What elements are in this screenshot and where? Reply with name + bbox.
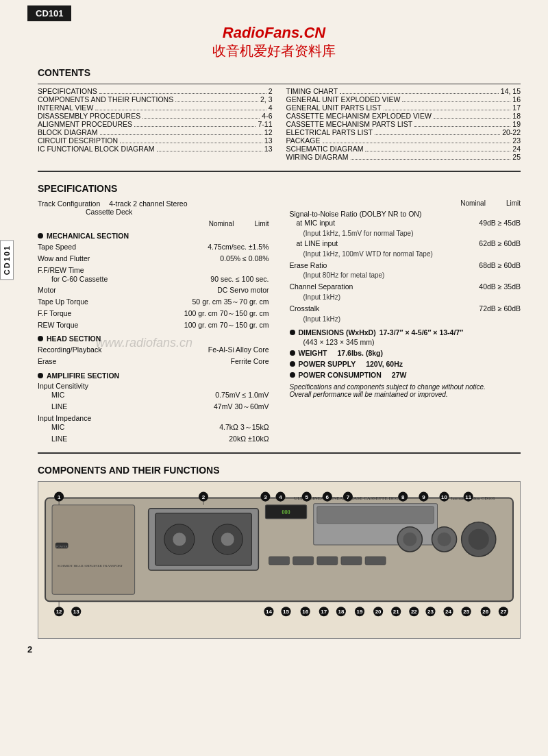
list-item: ELECTRICAL PARTS LIST 20-22 bbox=[286, 128, 521, 136]
weight-label: WEIGHT bbox=[299, 349, 327, 357]
wow-flutter-label: Wow and Flutter bbox=[38, 254, 90, 265]
svg-text:POWER: POWER bbox=[55, 545, 68, 548]
svg-text:15: 15 bbox=[283, 609, 289, 615]
svg-text:3: 3 bbox=[264, 493, 267, 500]
rew-torque-label: REW Torque bbox=[38, 320, 78, 331]
svg-text:16: 16 bbox=[302, 609, 308, 615]
ff-rew-label: F.F/REW Time bbox=[38, 266, 269, 274]
dimensions-label-row: DIMENSIONS (WxHxD) 17-3/7″ × 4-5/6″ × 13… bbox=[290, 328, 521, 337]
svg-text:8: 8 bbox=[401, 493, 405, 500]
svg-rect-14 bbox=[269, 557, 289, 565]
notice-text: Specifications and components subject to… bbox=[290, 383, 521, 398]
physical-specs: DIMENSIONS (WxHxD) 17-3/7″ × 4-5/6″ × 13… bbox=[290, 328, 521, 379]
ff-torque-label: F.F Torque bbox=[38, 308, 71, 319]
line-input-row: at LINE input 62dB ≥ 60dB bbox=[290, 239, 521, 249]
svg-text:25: 25 bbox=[463, 609, 469, 615]
svg-rect-16 bbox=[317, 557, 338, 565]
input-impedance-label: Input Impedance bbox=[38, 414, 269, 422]
rec-playback-label: Recording/Playback bbox=[38, 345, 101, 356]
track-config-row: Track Configuration 4-track 2 channel St… bbox=[38, 199, 269, 216]
svg-text:19: 19 bbox=[357, 609, 363, 615]
input-sensitivity-label: Input Censitivity bbox=[38, 382, 269, 390]
motor-label: Motor bbox=[38, 285, 56, 296]
svg-rect-15 bbox=[293, 557, 314, 565]
erase-ratio-row: Erase Ratio 68dB ≥ 60dB bbox=[290, 260, 521, 271]
svg-text:5: 5 bbox=[305, 493, 308, 500]
svg-text:000: 000 bbox=[282, 509, 290, 515]
bullet-icon bbox=[290, 372, 295, 378]
list-item: GENERAL UNIT PARTS LIST 17 bbox=[286, 103, 521, 112]
components-title: COMPONENTS AND THEIR FUNCTIONS bbox=[38, 465, 521, 476]
amplifire-specs: Input Censitivity MIC 0.75mV ≤ 1.0mV LIN… bbox=[38, 382, 269, 445]
dimensions-label: DIMENSIONS (WxHxD) bbox=[299, 328, 376, 337]
main-content: CONTENTS SPECIFICATIONS 2 COMPONENTS AND… bbox=[38, 67, 521, 639]
right-nominal-header: Nominal bbox=[460, 199, 486, 207]
erase-value: Ferrite Core bbox=[230, 356, 269, 367]
tapeup-row: Tape Up Torque 50 gr. cm 35～70 gr. cm bbox=[38, 297, 269, 308]
list-item: CASSETTE MECHANISM EXPLODED VIEW 18 bbox=[286, 112, 521, 120]
mic-label: MIC bbox=[51, 390, 64, 401]
svg-text:1: 1 bbox=[58, 493, 61, 500]
crosstalk-note: (Input 1kHz) bbox=[290, 315, 521, 323]
right-limit-header: Limit bbox=[506, 199, 521, 207]
tape-speed-value: 4.75cm/sec. ±1.5% bbox=[208, 242, 269, 253]
svg-text:10: 10 bbox=[441, 493, 447, 500]
c60-row: for C-60 Cassette 90 sec. ≤ 100 sec. bbox=[38, 274, 269, 285]
line-input-note: (Input 1kHz, 100mV WTD for normal Tape) bbox=[290, 250, 521, 258]
list-item: SPECIFICATIONS 2 bbox=[38, 87, 273, 95]
line-sensitivity-row: LINE 47mV 30～60mV bbox=[38, 402, 269, 413]
svg-point-20 bbox=[403, 533, 416, 546]
device-image: POWER 000 bbox=[38, 481, 521, 639]
erase-row: Erase Ferrite Core bbox=[38, 356, 269, 367]
svg-text:SCHMIDT HEAD AMPLIFIER TRANSPO: SCHMIDT HEAD AMPLIFIER TRANSPORT bbox=[58, 564, 123, 568]
rec-playback-row: Recording/Playback Fe-Al-Si Alloy Core bbox=[38, 345, 269, 356]
list-item: BLOCK DIAGRAM 12 bbox=[38, 128, 273, 136]
svg-point-9 bbox=[221, 533, 234, 546]
limit-header: Limit bbox=[254, 220, 269, 228]
list-item: WIRING DIAGRAM 25 bbox=[286, 153, 521, 161]
list-item: DISASSEMBLY PROCEDURES 4-6 bbox=[38, 112, 273, 120]
mic-input-row: at MIC input 49dB ≥ 45dB bbox=[290, 218, 521, 229]
power-supply-label: POWER SUPPLY bbox=[299, 360, 356, 368]
bullet-icon bbox=[290, 350, 295, 356]
crosstalk-label: Crosstalk bbox=[290, 304, 320, 315]
mic-sensitivity-value: 0.75mV ≤ 1.0mV bbox=[215, 390, 269, 401]
svg-text:7: 7 bbox=[347, 493, 350, 500]
tape-speed-row: Tape Speed 4.75cm/sec. ±1.5% bbox=[38, 242, 269, 253]
power-consumption-row: POWER CONSUMPTION 27W bbox=[290, 371, 521, 379]
contents-right-col: TIMING CHART 14, 15 GENERAL UNIT EXPLODE… bbox=[286, 87, 521, 161]
list-item: COMPONENTS AND THEIR FUNCTIONS 2, 3 bbox=[38, 95, 273, 103]
line-sensitivity-value: 47mV 30～60mV bbox=[214, 402, 269, 413]
line-label: LINE bbox=[51, 402, 67, 413]
site-title-en: RadioFans.CN bbox=[223, 24, 325, 41]
mic-input-note: (Input 1kHz, 1.5mV for normal Tape) bbox=[290, 230, 521, 237]
svg-point-22 bbox=[437, 533, 451, 546]
c60-label: for C-60 Cassette bbox=[51, 274, 108, 285]
amplifire-section-title: AMPLIFIRE SECTION bbox=[38, 371, 269, 380]
svg-text:12: 12 bbox=[56, 609, 62, 615]
head-section-title: HEAD SECTION bbox=[38, 334, 269, 343]
specs-right: Nominal Limit Signal-to-Noise Ratio (DOL… bbox=[290, 199, 521, 446]
rew-torque-value: 100 gr. cm 70～150 gr. cm bbox=[184, 320, 269, 331]
channel-sep-label: Channel Separation bbox=[290, 282, 353, 293]
svg-text:27: 27 bbox=[500, 609, 506, 615]
dimensions-metric: (443 × 123 × 345 mm) bbox=[290, 338, 521, 346]
snr-label: Signal-to-Noise Ratio (DOLBY NR to ON) bbox=[290, 210, 521, 218]
erase-ratio-label: Erase Ratio bbox=[290, 260, 327, 271]
wow-flutter-value: 0.05% ≤ 0.08% bbox=[220, 254, 269, 265]
svg-text:harman kardon CD101: harman kardon CD101 bbox=[451, 495, 496, 500]
mic-impedance-row: MIC 4.7kΩ 3～15kΩ bbox=[38, 422, 269, 433]
contents-title: CONTENTS bbox=[38, 67, 521, 78]
contents-grid: SPECIFICATIONS 2 COMPONENTS AND THEIR FU… bbox=[38, 87, 521, 161]
power-consumption-value: 27W bbox=[392, 371, 407, 379]
sidebar-label: CD101 bbox=[0, 240, 14, 280]
specs-grid: Track Configuration 4-track 2 channel St… bbox=[38, 199, 521, 446]
ff-torque-row: F.F Torque 100 gr. cm 70～150 gr. cm bbox=[38, 308, 269, 319]
svg-text:4: 4 bbox=[279, 493, 282, 500]
svg-text:26: 26 bbox=[482, 609, 488, 615]
motor-value: DC Servo motor bbox=[217, 285, 269, 296]
c60-value: 90 sec. ≤ 100 sec. bbox=[210, 274, 269, 285]
snr-block: Signal-to-Noise Ratio (DOLBY NR to ON) a… bbox=[290, 210, 521, 323]
device-svg: POWER 000 bbox=[38, 482, 520, 638]
motor-row: Motor DC Servo motor bbox=[38, 285, 269, 296]
